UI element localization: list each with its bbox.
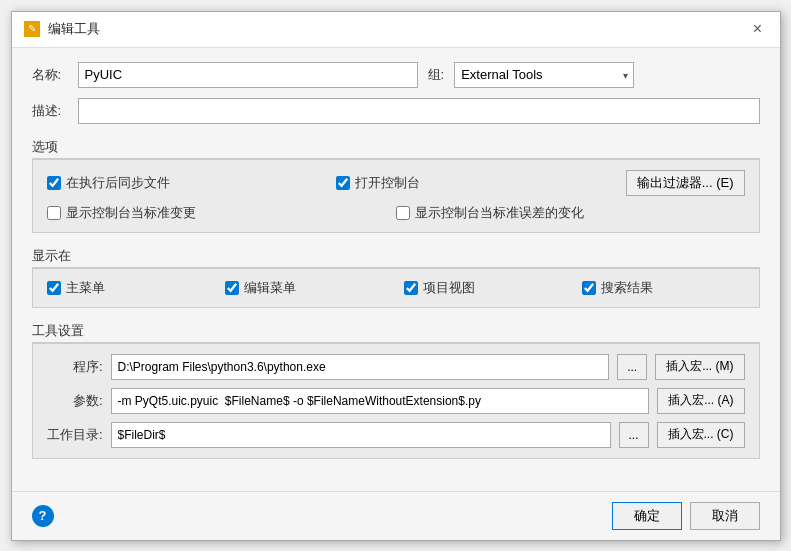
dialog-footer: ? 确定 取消 (12, 491, 780, 540)
tool-settings-section-wrapper: 工具设置 程序: ... 插入宏... (M) 参数: 插入宏... (A) (32, 318, 760, 459)
program-insert-button[interactable]: 插入宏... (M) (655, 354, 744, 380)
footer-left: ? (32, 505, 54, 527)
params-insert-button[interactable]: 插入宏... (A) (657, 388, 744, 414)
options-row-2: 显示控制台当标准变更 显示控制台当标准误差的变化 (47, 204, 745, 222)
options-section-wrapper: 选项 在执行后同步文件 打开控制台 输出过滤器... (E) (32, 134, 760, 233)
options-title: 选项 (32, 138, 760, 159)
params-input[interactable] (111, 388, 650, 414)
show-in-section: 主菜单 编辑菜单 项目视图 搜索结果 (32, 268, 760, 308)
output-filter-button[interactable]: 输出过滤器... (E) (626, 170, 745, 196)
sync-files-checkbox[interactable] (47, 176, 61, 190)
show-stdout-change-checkbox[interactable] (47, 206, 61, 220)
open-console-label: 打开控制台 (355, 174, 420, 192)
show-stdout-change-checkbox-item[interactable]: 显示控制台当标准变更 (47, 204, 396, 222)
name-label: 名称: (32, 66, 68, 84)
program-label: 程序: (47, 358, 103, 376)
name-input[interactable] (78, 62, 418, 88)
program-row: 程序: ... 插入宏... (M) (47, 354, 745, 380)
project-view-checkbox[interactable] (404, 281, 418, 295)
main-menu-checkbox-item[interactable]: 主菜单 (47, 279, 210, 297)
group-label: 组: (428, 66, 445, 84)
title-bar: ✎ 编辑工具 × (12, 12, 780, 48)
show-in-section-wrapper: 显示在 主菜单 编辑菜单 项目视图 搜索结果 (32, 243, 760, 308)
close-button[interactable]: × (748, 19, 768, 39)
program-input[interactable] (111, 354, 610, 380)
help-button[interactable]: ? (32, 505, 54, 527)
open-console-checkbox-item[interactable]: 打开控制台 (336, 174, 626, 192)
main-menu-label: 主菜单 (66, 279, 105, 297)
options-row-1: 在执行后同步文件 打开控制台 输出过滤器... (E) (47, 170, 745, 196)
sync-files-checkbox-item[interactable]: 在执行后同步文件 (47, 174, 337, 192)
params-row: 参数: 插入宏... (A) (47, 388, 745, 414)
group-select-wrapper: External Tools ▾ (454, 62, 634, 88)
workdir-label: 工作目录: (47, 426, 103, 444)
desc-label: 描述: (32, 102, 68, 120)
edit-menu-label: 编辑菜单 (244, 279, 296, 297)
show-stdout-change-label: 显示控制台当标准变更 (66, 204, 196, 222)
project-view-label: 项目视图 (423, 279, 475, 297)
workdir-insert-button[interactable]: 插入宏... (C) (657, 422, 745, 448)
show-in-title: 显示在 (32, 247, 760, 268)
desc-input[interactable] (78, 98, 760, 124)
ok-button[interactable]: 确定 (612, 502, 682, 530)
project-view-checkbox-item[interactable]: 项目视图 (404, 279, 567, 297)
search-results-checkbox[interactable] (582, 281, 596, 295)
show-stderr-change-label: 显示控制台当标准误差的变化 (415, 204, 584, 222)
tool-settings-title: 工具设置 (32, 322, 760, 343)
tool-settings-section: 程序: ... 插入宏... (M) 参数: 插入宏... (A) 工作目录: … (32, 343, 760, 459)
workdir-input[interactable] (111, 422, 611, 448)
search-results-label: 搜索结果 (601, 279, 653, 297)
program-browse-button[interactable]: ... (617, 354, 647, 380)
show-stderr-change-checkbox-item[interactable]: 显示控制台当标准误差的变化 (396, 204, 745, 222)
group-select[interactable]: External Tools (454, 62, 634, 88)
search-results-checkbox-item[interactable]: 搜索结果 (582, 279, 745, 297)
edit-menu-checkbox[interactable] (225, 281, 239, 295)
footer-right: 确定 取消 (612, 502, 760, 530)
dialog-icon: ✎ (24, 21, 40, 37)
open-console-checkbox[interactable] (336, 176, 350, 190)
show-stderr-change-checkbox[interactable] (396, 206, 410, 220)
name-group-row: 名称: 组: External Tools ▾ (32, 62, 760, 88)
sync-files-label: 在执行后同步文件 (66, 174, 170, 192)
title-bar-left: ✎ 编辑工具 (24, 20, 100, 38)
dialog-body: 名称: 组: External Tools ▾ 描述: 选项 在执行 (12, 48, 780, 491)
edit-menu-checkbox-item[interactable]: 编辑菜单 (225, 279, 388, 297)
main-menu-checkbox[interactable] (47, 281, 61, 295)
workdir-browse-button[interactable]: ... (619, 422, 649, 448)
desc-row: 描述: (32, 98, 760, 124)
dialog-title: 编辑工具 (48, 20, 100, 38)
workdir-row: 工作目录: ... 插入宏... (C) (47, 422, 745, 448)
options-section: 在执行后同步文件 打开控制台 输出过滤器... (E) 显示控制台当标准变更 (32, 159, 760, 233)
edit-tool-dialog: ✎ 编辑工具 × 名称: 组: External Tools ▾ 描述: 选项 (11, 11, 781, 541)
cancel-button[interactable]: 取消 (690, 502, 760, 530)
params-label: 参数: (47, 392, 103, 410)
